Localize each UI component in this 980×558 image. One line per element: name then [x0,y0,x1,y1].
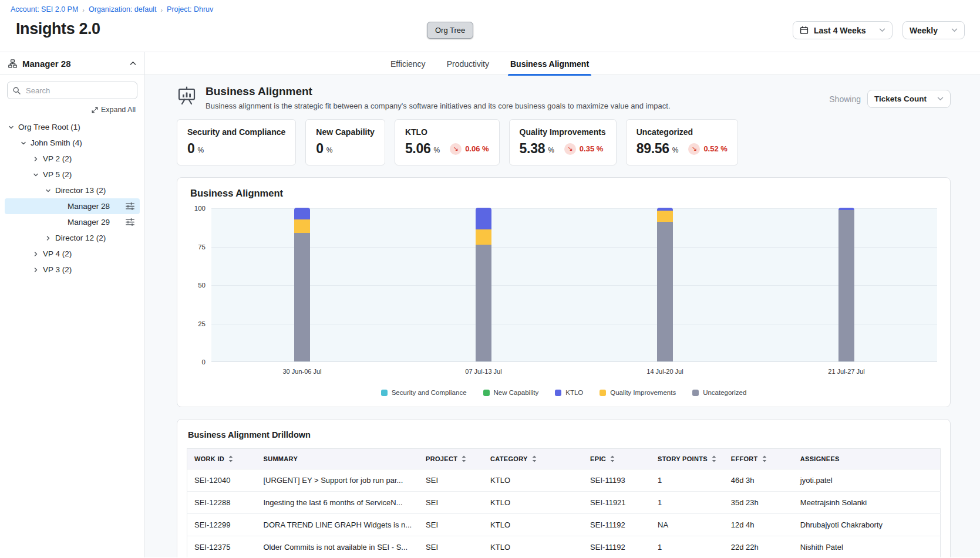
legend-item-ktlo[interactable]: KTLO [555,389,583,396]
sidebar-title: Manager 28 [22,59,124,69]
stat-card-value-row: 0% [187,141,285,157]
chart-bar-column-2 [393,208,574,361]
main-tabs: EfficiencyProductivityBusiness Alignment [390,52,589,76]
table-row: SEI-12288Ingesting the last 6 months of … [187,492,941,514]
cell-epic: SEI-11192 [583,514,651,536]
chart-x-axis: 30 Jun-06 Jul07 Jul-13 Jul14 Jul-20 Jul2… [211,368,937,375]
chevron-right-icon[interactable] [33,251,39,257]
chevron-right-icon[interactable] [45,235,51,241]
sort-icon[interactable] [762,455,767,462]
tab-productivity[interactable]: Productivity [447,52,489,76]
y-axis-tick-label: 100 [194,205,206,212]
legend-item-uncategorized[interactable]: Uncategorized [692,389,746,396]
sliders-icon[interactable] [126,218,134,226]
chevron-right-icon[interactable] [33,267,39,273]
column-header-label: CATEGORY [490,455,528,462]
sort-icon[interactable] [461,455,467,462]
tree-item-director-12-2[interactable]: Director 12 (2) [5,230,140,246]
tree-item-vp-3-2[interactable]: VP 3 (2) [5,262,140,278]
tree-item-manager-29[interactable]: Manager 29 [5,214,140,230]
legend-item-security-and-compliance[interactable]: Security and Compliance [381,389,467,396]
tab-business-alignment[interactable]: Business Alignment [510,52,589,76]
stat-card-delta-value: 0.06 % [465,144,489,153]
stat-card-value-row: 0% [316,141,375,157]
date-range-value: Last 4 Weeks [814,26,866,35]
search-input[interactable] [25,86,132,96]
stat-cards-row: Security and Compliance0%New Capability0… [177,119,951,165]
table-row: SEI-12375Older Commits is not available … [187,536,941,558]
legend-item-new-capability[interactable]: New Capability [483,389,539,396]
breadcrumb-link-project[interactable]: Project: Dhruv [167,5,213,13]
cell-project: SEI [419,469,483,492]
tree-item-label: VP 5 (2) [43,170,72,179]
tree-item-label: Manager 28 [68,202,110,211]
sort-icon[interactable] [711,455,717,462]
chart-panel: Business Alignment 0255075100 30 Jun-06 … [177,177,951,407]
trend-down-arrow-icon: ↘ [450,143,462,155]
tree-item-vp-5-2[interactable]: VP 5 (2) [5,167,140,182]
column-header-category[interactable]: CATEGORY [483,449,583,469]
granularity-dropdown[interactable]: Weekly [902,21,965,39]
stat-card-delta: ↘0.35 % [564,143,603,155]
chevron-down-icon[interactable] [33,172,39,178]
cell-story-points: 1 [651,492,724,514]
cell-work-id: SEI-12040 [187,469,257,492]
org-tree-button[interactable]: Org Tree [427,22,473,39]
chevron-down-icon[interactable] [8,124,14,130]
stat-card-delta: ↘0.52 % [688,143,727,155]
stat-card-value: 0 [316,141,324,157]
column-header-epic[interactable]: EPIC [583,449,651,469]
bar-segment-uncategorized [476,245,491,361]
page-header: Account: SEI 2.0 PM›Organization: defaul… [0,0,980,52]
cell-effort: 22d 22h [724,536,793,558]
stat-card-unit: % [433,146,440,154]
tree-item-manager-28[interactable]: Manager 28 [5,198,140,214]
stat-card-new-capability: New Capability0% [305,119,385,165]
column-header-effort[interactable]: EFFORT [724,449,793,469]
tree-item-org-tree-root-1[interactable]: Org Tree Root (1) [5,119,140,135]
sliders-icon[interactable] [126,202,134,210]
column-header-story-points[interactable]: STORY POINTS [651,449,724,469]
legend-item-quality-improvements[interactable]: Quality Improvements [600,389,676,396]
breadcrumb-separator-icon: › [82,6,85,13]
stat-card-title: New Capability [316,127,375,137]
sort-icon[interactable] [228,455,234,462]
stat-card-delta-value: 0.35 % [580,144,603,153]
chart-bar-column-3 [574,208,756,361]
metric-dropdown[interactable]: Tickets Count [867,90,951,108]
chart-bars [211,208,937,361]
column-header-label: ASSIGNEES [800,455,840,462]
tree-item-vp-2-2[interactable]: VP 2 (2) [5,151,140,167]
column-header-assignees: ASSIGNEES [793,449,941,469]
y-axis-tick-label: 0 [202,359,206,366]
column-header-work-id[interactable]: WORK ID [187,449,257,469]
date-range-dropdown[interactable]: Last 4 Weeks [793,21,893,39]
chevron-down-icon[interactable] [21,140,26,146]
x-axis-tick-label: 14 Jul-20 Jul [574,368,756,375]
chevron-right-icon[interactable] [33,156,39,162]
breadcrumb-link-account[interactable]: Account: SEI 2.0 PM [11,5,78,13]
stacked-bar [294,208,310,361]
expand-all-link[interactable]: Expand All [92,106,136,114]
bar-segment-quality-improvements [476,229,491,245]
cell-work-id: SEI-12299 [187,514,257,536]
drilldown-panel: Business Alignment Drilldown WORK IDSUMM… [177,419,951,557]
sort-icon[interactable] [609,455,615,462]
breadcrumb-link-organization[interactable]: Organization: default [89,5,156,13]
tree-item-vp-4-2[interactable]: VP 4 (2) [5,246,140,262]
stat-card-unit: % [548,146,554,154]
sort-icon[interactable] [531,455,537,462]
tree-item-john-smith-4[interactable]: John Smith (4) [5,135,140,151]
chevron-down-icon[interactable] [45,188,51,194]
stat-card-value-row: 89.56%↘0.52 % [637,141,728,157]
cell-story-points: 1 [651,469,724,492]
cell-effort: 12d 4h [724,514,793,536]
column-header-inner: WORK ID [194,455,250,462]
sidebar-collapse-button[interactable] [130,61,136,66]
tree-item-director-13-2[interactable]: Director 13 (2) [5,182,140,198]
section-description: Business alignment is the strategic fit … [206,102,671,110]
stat-card-title: Quality Improvements [520,127,606,137]
tab-efficiency[interactable]: Efficiency [390,52,426,76]
metric-value: Tickets Count [874,94,927,103]
column-header-project[interactable]: PROJECT [419,449,483,469]
